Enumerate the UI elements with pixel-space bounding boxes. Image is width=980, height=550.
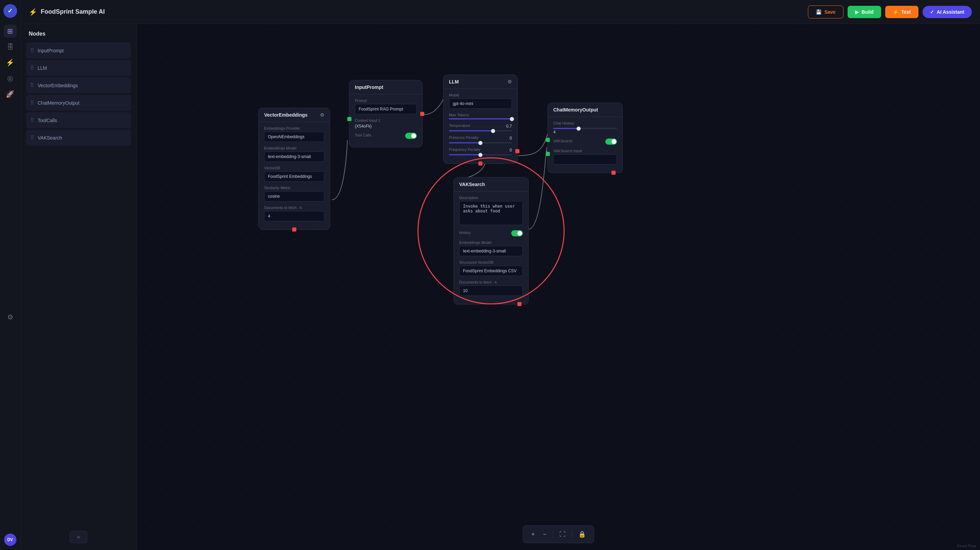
vector-embeddings-header: VectorEmbeddings ⚙ [259,108,330,122]
vectordb-field: VectorDB FoodSprint Embeddings [264,166,325,182]
drag-handle-icon: ⠿ [30,100,34,106]
embeddings-provider-select[interactable]: OpenAiEmbeddings [264,132,325,142]
icon-bar: ✓ ⊞ 🗄 ⚡ ◎ 🚀 ⚙ DV [0,0,21,550]
input-prompt-node: InputPrompt Prompt FoodSprint RAG Prompt… [349,80,423,148]
sidebar-item-label: InputPrompt [38,48,64,53]
embeddings-model-field: Embeddings Model text-embedding-3-small [264,146,325,162]
toolbar-separator2 [572,531,572,538]
project-title: ⚡ FoodSprint Sample AI [29,8,105,16]
sidebar-item-vaksearch[interactable]: ⠿ VAKSearch [26,130,131,146]
test-button[interactable]: ⚡ Test [885,6,918,18]
nav-icon-settings[interactable]: ⚙ [4,311,17,324]
similarity-metric-select[interactable]: cosine [264,191,325,202]
build-button[interactable]: ▶ Build [848,6,881,18]
chat-history-slider[interactable] [553,128,617,129]
sidebar-item-vectorembeddings[interactable]: ⠿ VectorEmbeddings [26,77,131,93]
nav-icon-rocket[interactable]: 🚀 [4,87,17,100]
description-field: Description Invoke this when user asks a… [459,196,523,226]
zoom-out-button[interactable]: − [539,529,550,540]
input-prompt-port-left [347,117,352,121]
history-toggle[interactable] [511,230,523,236]
play-icon: ▶ [855,9,859,15]
input-prompt-body: Prompt FoodSprint RAG Prompt Context Inp… [349,94,422,147]
prompt-field: Prompt FoodSprint RAG Prompt [355,99,417,114]
drag-handle-icon: ⠿ [30,47,34,54]
llm-port-right [515,149,519,153]
description-textarea[interactable]: Invoke this when user asks about food [459,201,523,225]
sidebar-collapse: « [26,531,131,543]
drag-handle-icon: ⠿ [30,65,34,71]
sidebar-item-inputprompt[interactable]: ⠿ InputPrompt [26,43,131,59]
tool-calls-toggle[interactable] [405,133,417,139]
llm-header: LLM ⚙ [444,75,517,89]
chat-memory-output-header: ChatMemoryOutput [548,103,622,117]
structured-vectordb-field: Structured VectorDB FoodSprint Embedding… [459,260,523,276]
nav-icon-grid[interactable]: ⊞ [4,25,17,38]
sidebar-item-label: VAKSearch [38,135,62,141]
temperature-field: Temperature 0.7 [449,124,512,131]
vak-search-input[interactable] [553,154,617,165]
save-icon: 💾 [816,9,822,15]
drag-handle-icon: ⠿ [30,134,34,141]
tool-calls-field: Tool Calls [355,133,417,139]
user-avatar[interactable]: DV [4,534,16,546]
vak-search-body: Description Invoke this when user asks a… [454,192,528,304]
nav-icon-layers[interactable]: ⚡ [4,56,17,69]
vak-search-input-field: VAKSearch Input [553,149,617,165]
toggle-knob [517,231,522,236]
sidebar-item-label: ToolCalls [38,118,57,123]
ai-icon: ✓ [930,9,934,15]
sidebar: Nodes ⠿ InputPrompt ⠿ LLM ⠿ VectorEmbedd… [21,24,137,550]
structured-vectordb-select[interactable]: FoodSprint Embeddings CSV [459,266,523,276]
test-icon: ⚡ [893,9,899,15]
sidebar-item-label: VectorEmbeddings [38,83,78,88]
vak-search-port-bottom [517,302,522,306]
lock-button[interactable]: 🔒 [575,528,589,540]
nav-icon-db[interactable]: 🗄 [4,40,17,53]
content: Nodes ⠿ InputPrompt ⠿ LLM ⠿ VectorEmbedd… [21,24,980,550]
zoom-in-button[interactable]: + [528,529,538,540]
fit-view-button[interactable]: ⛶ [556,529,569,540]
toolbar-separator [553,531,553,538]
vector-embeddings-node: VectorEmbeddings ⚙ Embeddings Provider O… [258,108,330,230]
presence-penalty-field: Presence Penalty 0 [449,135,512,143]
presence-penalty-slider[interactable] [449,142,512,143]
collapse-sidebar-button[interactable]: « [70,531,87,543]
nav-icon-discover[interactable]: ◎ [4,72,17,85]
model-field: Model gpt-4o-mini [449,93,512,109]
vak-search-toggle[interactable] [605,138,617,145]
model-select[interactable]: gpt-4o-mini [449,99,512,109]
embeddings-provider-field: Embeddings Provider OpenAiEmbeddings [264,126,325,142]
frequency-penalty-slider[interactable] [449,154,512,155]
sidebar-item-label: LLM [38,65,47,71]
vectordb-select[interactable]: FoodSprint Embeddings [264,172,325,182]
canvas[interactable]: VectorEmbeddings ⚙ Embeddings Provider O… [137,24,980,550]
sidebar-item-llm[interactable]: ⠿ LLM [26,60,131,76]
sidebar-title: Nodes [26,31,131,37]
vak-documents-k-field: Documents to fetch - k [459,280,523,296]
drag-handle-icon: ⠿ [30,117,34,124]
save-button[interactable]: 💾 Save [808,5,843,19]
llm-gear[interactable]: ⚙ [508,79,512,84]
sidebar-item-label: ChatMemoryOutput [38,100,80,106]
vak-embeddings-model-select[interactable]: text-embedding-3-small [459,246,523,256]
temperature-slider[interactable] [449,130,512,131]
app-logo: ✓ [3,4,17,18]
topbar: ⚡ FoodSprint Sample AI 💾 Save ▶ Build ⚡ … [21,0,980,24]
ai-assistant-button[interactable]: ✓ AI Assistant [923,6,972,18]
max-tokens-slider[interactable] [449,118,512,119]
sidebar-item-chatmemoryoutput[interactable]: ⠿ ChatMemoryOutput [26,95,131,111]
prompt-select[interactable]: FoodSprint RAG Prompt [355,104,417,114]
vector-embeddings-gear[interactable]: ⚙ [320,112,325,118]
documents-k-input[interactable] [264,211,325,221]
embeddings-model-select[interactable]: text-embedding-3-small [264,151,325,162]
sidebar-item-toolcalls[interactable]: ⠿ ToolCalls [26,112,131,128]
drag-handle-icon: ⠿ [30,82,34,89]
vak-documents-k-input[interactable] [459,286,523,296]
vak-search-header: VAKSearch [454,178,528,192]
input-prompt-port-right [420,112,424,116]
project-icon: ⚡ [29,8,37,16]
vector-embeddings-body: Embeddings Provider OpenAiEmbeddings Emb… [259,122,330,229]
input-prompt-header: InputPrompt [349,80,422,94]
toggle-knob [611,139,616,144]
